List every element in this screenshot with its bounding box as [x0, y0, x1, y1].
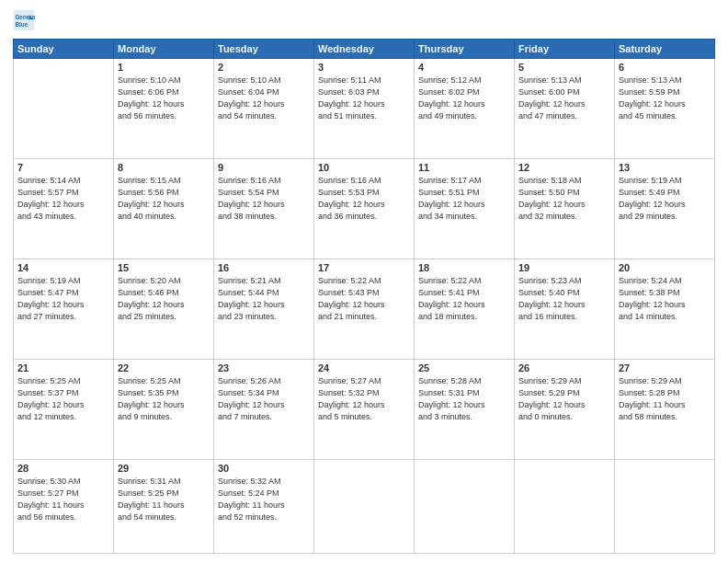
logo-icon: General Blue [13, 9, 35, 31]
day-info: Sunrise: 5:12 AM Sunset: 6:02 PM Dayligh… [418, 75, 510, 122]
day-info: Sunrise: 5:19 AM Sunset: 5:49 PM Dayligh… [619, 175, 711, 223]
calendar-day-cell: 3Sunrise: 5:11 AM Sunset: 6:03 PM Daylig… [314, 59, 415, 159]
page: General Blue SundayMondayTuesdayWednesda… [0, 0, 728, 563]
day-info: Sunrise: 5:31 AM Sunset: 5:25 PM Dayligh… [118, 476, 210, 523]
calendar-day-cell: 2Sunrise: 5:10 AM Sunset: 6:04 PM Daylig… [214, 59, 314, 159]
day-number: 5 [518, 62, 610, 73]
calendar-day-cell [415, 459, 515, 553]
day-info: Sunrise: 5:19 AM Sunset: 5:47 PM Dayligh… [17, 275, 109, 323]
day-info: Sunrise: 5:10 AM Sunset: 6:06 PM Dayligh… [118, 75, 210, 122]
calendar-day-cell: 27Sunrise: 5:29 AM Sunset: 5:28 PM Dayli… [615, 359, 715, 459]
calendar-body: 1Sunrise: 5:10 AM Sunset: 6:06 PM Daylig… [14, 59, 715, 554]
calendar-week-row: 14Sunrise: 5:19 AM Sunset: 5:47 PM Dayli… [14, 259, 715, 359]
day-info: Sunrise: 5:15 AM Sunset: 5:56 PM Dayligh… [118, 175, 210, 223]
day-number: 24 [318, 362, 410, 373]
day-info: Sunrise: 5:22 AM Sunset: 5:43 PM Dayligh… [318, 275, 410, 323]
day-info: Sunrise: 5:28 AM Sunset: 5:31 PM Dayligh… [418, 375, 510, 423]
day-number: 28 [17, 463, 109, 474]
calendar-day-cell: 30Sunrise: 5:32 AM Sunset: 5:24 PM Dayli… [214, 459, 314, 553]
calendar-day-cell: 15Sunrise: 5:20 AM Sunset: 5:46 PM Dayli… [114, 259, 214, 359]
calendar-day-cell: 16Sunrise: 5:21 AM Sunset: 5:44 PM Dayli… [214, 259, 314, 359]
day-info: Sunrise: 5:16 AM Sunset: 5:54 PM Dayligh… [218, 175, 310, 223]
calendar-header-cell: Friday [515, 40, 615, 59]
calendar-day-cell: 21Sunrise: 5:25 AM Sunset: 5:37 PM Dayli… [14, 359, 114, 459]
day-number: 8 [118, 162, 210, 173]
day-number: 12 [518, 162, 610, 173]
day-number: 26 [518, 362, 610, 373]
calendar-table: SundayMondayTuesdayWednesdayThursdayFrid… [13, 39, 715, 554]
calendar-day-cell: 20Sunrise: 5:24 AM Sunset: 5:38 PM Dayli… [615, 259, 715, 359]
day-number: 29 [118, 463, 210, 474]
day-number: 20 [619, 262, 711, 273]
calendar-day-cell: 4Sunrise: 5:12 AM Sunset: 6:02 PM Daylig… [415, 59, 515, 159]
day-info: Sunrise: 5:23 AM Sunset: 5:40 PM Dayligh… [518, 275, 610, 323]
day-info: Sunrise: 5:10 AM Sunset: 6:04 PM Dayligh… [218, 75, 310, 122]
calendar-week-row: 1Sunrise: 5:10 AM Sunset: 6:06 PM Daylig… [14, 59, 715, 159]
calendar-day-cell [615, 459, 715, 553]
day-number: 22 [118, 362, 210, 373]
calendar-day-cell: 8Sunrise: 5:15 AM Sunset: 5:56 PM Daylig… [114, 158, 214, 259]
calendar-header-row: SundayMondayTuesdayWednesdayThursdayFrid… [14, 40, 715, 59]
day-info: Sunrise: 5:25 AM Sunset: 5:35 PM Dayligh… [118, 375, 210, 423]
day-info: Sunrise: 5:27 AM Sunset: 5:32 PM Dayligh… [318, 375, 410, 423]
calendar-header-cell: Thursday [415, 40, 515, 59]
day-number: 11 [418, 162, 510, 173]
day-info: Sunrise: 5:21 AM Sunset: 5:44 PM Dayligh… [218, 275, 310, 323]
calendar-day-cell: 12Sunrise: 5:18 AM Sunset: 5:50 PM Dayli… [515, 158, 615, 259]
day-number: 10 [318, 162, 410, 173]
calendar-day-cell: 14Sunrise: 5:19 AM Sunset: 5:47 PM Dayli… [14, 259, 114, 359]
calendar-header-cell: Wednesday [314, 40, 415, 59]
calendar-day-cell: 9Sunrise: 5:16 AM Sunset: 5:54 PM Daylig… [214, 158, 314, 259]
day-number: 7 [17, 162, 109, 173]
calendar-week-row: 28Sunrise: 5:30 AM Sunset: 5:27 PM Dayli… [14, 459, 715, 553]
day-info: Sunrise: 5:11 AM Sunset: 6:03 PM Dayligh… [318, 75, 410, 122]
day-number: 1 [118, 62, 210, 73]
day-number: 14 [17, 262, 109, 273]
day-number: 2 [218, 62, 310, 73]
calendar-day-cell [314, 459, 415, 553]
svg-text:Blue: Blue [15, 21, 28, 28]
calendar-day-cell: 28Sunrise: 5:30 AM Sunset: 5:27 PM Dayli… [14, 459, 114, 553]
day-info: Sunrise: 5:13 AM Sunset: 5:59 PM Dayligh… [619, 75, 711, 122]
day-info: Sunrise: 5:20 AM Sunset: 5:46 PM Dayligh… [118, 275, 210, 323]
day-number: 6 [619, 62, 711, 73]
day-number: 23 [218, 362, 310, 373]
calendar-day-cell: 11Sunrise: 5:17 AM Sunset: 5:51 PM Dayli… [415, 158, 515, 259]
day-number: 3 [318, 62, 410, 73]
calendar-day-cell: 29Sunrise: 5:31 AM Sunset: 5:25 PM Dayli… [114, 459, 214, 553]
day-info: Sunrise: 5:18 AM Sunset: 5:50 PM Dayligh… [518, 175, 610, 223]
calendar-day-cell: 26Sunrise: 5:29 AM Sunset: 5:29 PM Dayli… [515, 359, 615, 459]
day-number: 25 [418, 362, 510, 373]
calendar-day-cell: 24Sunrise: 5:27 AM Sunset: 5:32 PM Dayli… [314, 359, 415, 459]
calendar-day-cell: 10Sunrise: 5:16 AM Sunset: 5:53 PM Dayli… [314, 158, 415, 259]
day-number: 19 [518, 262, 610, 273]
calendar-day-cell: 17Sunrise: 5:22 AM Sunset: 5:43 PM Dayli… [314, 259, 415, 359]
day-info: Sunrise: 5:13 AM Sunset: 6:00 PM Dayligh… [518, 75, 610, 122]
calendar-day-cell: 25Sunrise: 5:28 AM Sunset: 5:31 PM Dayli… [415, 359, 515, 459]
calendar-day-cell: 1Sunrise: 5:10 AM Sunset: 6:06 PM Daylig… [114, 59, 214, 159]
day-number: 15 [118, 262, 210, 273]
calendar-week-row: 21Sunrise: 5:25 AM Sunset: 5:37 PM Dayli… [14, 359, 715, 459]
day-number: 4 [418, 62, 510, 73]
calendar-day-cell: 5Sunrise: 5:13 AM Sunset: 6:00 PM Daylig… [515, 59, 615, 159]
calendar-header-cell: Tuesday [214, 40, 314, 59]
day-info: Sunrise: 5:22 AM Sunset: 5:41 PM Dayligh… [418, 275, 510, 323]
day-number: 21 [17, 362, 109, 373]
calendar-day-cell: 6Sunrise: 5:13 AM Sunset: 5:59 PM Daylig… [615, 59, 715, 159]
day-info: Sunrise: 5:24 AM Sunset: 5:38 PM Dayligh… [619, 275, 711, 323]
day-info: Sunrise: 5:29 AM Sunset: 5:28 PM Dayligh… [619, 375, 711, 423]
day-info: Sunrise: 5:26 AM Sunset: 5:34 PM Dayligh… [218, 375, 310, 423]
day-info: Sunrise: 5:29 AM Sunset: 5:29 PM Dayligh… [518, 375, 610, 423]
calendar-day-cell: 18Sunrise: 5:22 AM Sunset: 5:41 PM Dayli… [415, 259, 515, 359]
logo: General Blue [13, 9, 39, 31]
calendar-day-cell: 22Sunrise: 5:25 AM Sunset: 5:35 PM Dayli… [114, 359, 214, 459]
day-number: 18 [418, 262, 510, 273]
calendar-header-cell: Sunday [14, 40, 114, 59]
day-number: 30 [218, 463, 310, 474]
day-info: Sunrise: 5:25 AM Sunset: 5:37 PM Dayligh… [17, 375, 109, 423]
day-number: 27 [619, 362, 711, 373]
calendar-day-cell: 7Sunrise: 5:14 AM Sunset: 5:57 PM Daylig… [14, 158, 114, 259]
day-info: Sunrise: 5:14 AM Sunset: 5:57 PM Dayligh… [17, 175, 109, 223]
header: General Blue [13, 9, 715, 31]
day-info: Sunrise: 5:17 AM Sunset: 5:51 PM Dayligh… [418, 175, 510, 223]
